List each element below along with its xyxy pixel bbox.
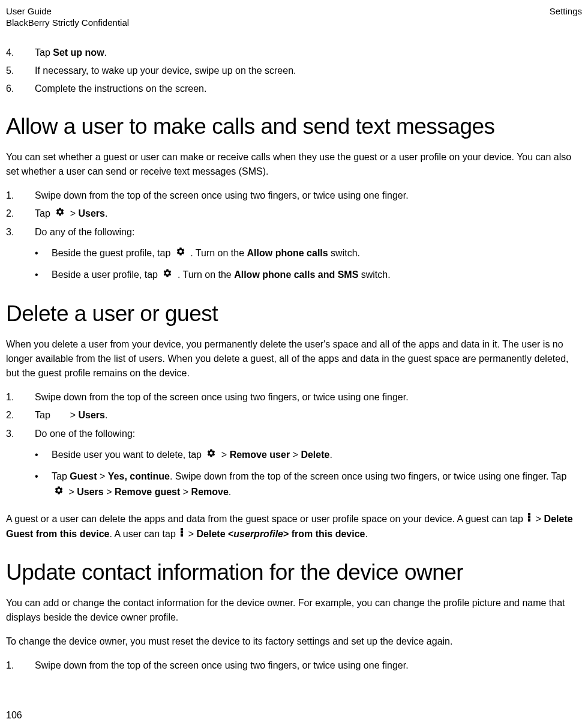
step-content: Complete the instructions on the screen. xyxy=(35,82,582,96)
bold-text: Delete <userprofile> from this device xyxy=(197,529,365,539)
text: > xyxy=(68,487,77,497)
settings-gear-icon xyxy=(55,408,65,423)
text: . xyxy=(329,450,332,460)
bullet-marker: • xyxy=(35,469,52,484)
intro-paragraph: When you delete a user from your device,… xyxy=(6,337,582,381)
settings-gear-icon xyxy=(163,267,172,283)
bullet-guest-profile: • Beside the guest profile, tap . Turn o… xyxy=(35,245,582,262)
text: . xyxy=(229,487,231,497)
bullet-content: Beside user you want to delete, tap > Re… xyxy=(52,447,582,463)
bullet-content: Beside a user profile, tap . Turn on the… xyxy=(52,267,582,283)
text: switch. xyxy=(358,269,390,280)
paragraph-2: To change the device owner, you must res… xyxy=(6,634,582,649)
text: > xyxy=(536,514,544,524)
guide-title: User Guide xyxy=(6,6,129,16)
bold-text: Users xyxy=(77,487,103,497)
settings-gear-icon xyxy=(206,447,216,463)
svg-rect-4 xyxy=(181,531,183,534)
text: Beside a user profile, tap xyxy=(52,269,160,280)
bold-text: Guest xyxy=(70,471,97,481)
step-2: 2. Tap > Users. xyxy=(6,206,582,221)
text: > xyxy=(188,529,197,539)
text: > xyxy=(221,450,230,460)
heading-allow-calls: Allow a user to make calls and send text… xyxy=(6,114,582,139)
confidential-label: BlackBerry Strictly Confidential xyxy=(6,17,129,28)
bullet-delete-user: • Beside user you want to delete, tap > … xyxy=(35,447,582,463)
step-1: 1. Swipe down from the top of the screen… xyxy=(6,390,582,405)
bullet-content: Tap Guest > Yes, continue. Swipe down fr… xyxy=(52,469,582,500)
section-label: Settings xyxy=(550,6,582,28)
text: . Swipe down from the top of the screen … xyxy=(170,471,566,481)
bold-text: Yes, continue xyxy=(108,471,170,481)
step-1: 1. Swipe down from the top of the screen… xyxy=(6,188,582,203)
text: A guest or a user can delete the apps an… xyxy=(6,514,526,524)
step-content: Tap > Users. xyxy=(35,408,582,423)
bold-text: Delete xyxy=(301,450,329,460)
step-number: 6. xyxy=(6,82,35,96)
svg-rect-5 xyxy=(181,534,183,537)
text: > xyxy=(180,487,191,497)
step-content: Swipe down from the top of the screen on… xyxy=(35,188,582,203)
section2-bullets: • Beside user you want to delete, tap > … xyxy=(35,447,582,501)
more-menu-icon xyxy=(527,512,532,526)
text: . Turn on the xyxy=(178,269,234,280)
section1-steps: 1. Swipe down from the top of the screen… xyxy=(6,188,582,239)
step-number: 2. xyxy=(6,408,35,423)
step-number: 3. xyxy=(6,225,35,239)
step-number: 5. xyxy=(6,64,35,78)
step-1: 1. Swipe down from the top of the screen… xyxy=(6,658,582,673)
bullet-delete-guest: • Tap Guest > Yes, continue. Swipe down … xyxy=(35,469,582,500)
header-left: User Guide BlackBerry Strictly Confident… xyxy=(6,6,129,28)
step-3: 3. Do one of the following: xyxy=(6,427,582,441)
svg-rect-3 xyxy=(181,528,183,531)
text: . xyxy=(105,410,107,420)
settings-gear-icon xyxy=(176,245,185,261)
bold-text: Set up now xyxy=(53,47,104,58)
continued-steps: 4. Tap Set up now. 5. If necessary, to w… xyxy=(6,46,582,96)
bold-text: Remove xyxy=(191,487,229,497)
text: switch. xyxy=(328,248,360,258)
text: Beside user you want to delete, tap xyxy=(52,450,204,460)
text: Beside the guest profile, tap xyxy=(52,248,173,258)
svg-rect-2 xyxy=(528,519,530,522)
text: Tap xyxy=(35,47,53,58)
bullet-content: Beside the guest profile, tap . Turn on … xyxy=(52,245,582,262)
bullet-marker: • xyxy=(35,267,52,283)
text: Tap xyxy=(35,410,53,420)
bold-users: Users xyxy=(79,208,105,218)
section3-steps: 1. Swipe down from the top of the screen… xyxy=(6,658,582,673)
step-6: 6. Complete the instructions on the scre… xyxy=(6,82,582,96)
text: Tap xyxy=(52,471,70,481)
text: . xyxy=(105,208,107,218)
bold-text: Allow phone calls and SMS xyxy=(234,269,358,280)
heading-update-owner: Update contact information for the devic… xyxy=(6,560,582,585)
text: > xyxy=(70,410,79,420)
settings-gear-icon xyxy=(55,206,65,221)
italic-text: userprofile xyxy=(233,529,283,539)
step-content: Do one of the following: xyxy=(35,427,582,441)
text: > xyxy=(70,208,79,218)
text: . xyxy=(365,529,368,539)
bullet-user-profile: • Beside a user profile, tap . Turn on t… xyxy=(35,267,582,283)
step-2: 2. Tap > Users. xyxy=(6,408,582,423)
page-number: 106 xyxy=(6,710,22,721)
step-number: 3. xyxy=(6,427,35,441)
text: > xyxy=(290,450,301,460)
paragraph-1: You can add or change the contact inform… xyxy=(6,596,582,625)
bold-text: Allow phone calls xyxy=(247,248,328,258)
bold-text: Remove user xyxy=(230,450,290,460)
text: . Turn on the xyxy=(190,248,247,258)
section1-bullets: • Beside the guest profile, tap . Turn o… xyxy=(35,245,582,283)
text: . xyxy=(104,47,107,58)
heading-delete-user: Delete a user or guest xyxy=(6,301,582,326)
step-number: 1. xyxy=(6,390,35,405)
text: > xyxy=(104,487,115,497)
step-content: If necessary, to wake up your device, sw… xyxy=(35,64,582,78)
more-menu-icon xyxy=(179,527,184,541)
step-5: 5. If necessary, to wake up your device,… xyxy=(6,64,582,78)
step-number: 2. xyxy=(6,206,35,221)
intro-paragraph: You can set whether a guest or user can … xyxy=(6,150,582,179)
step-content: Swipe down from the top of the screen on… xyxy=(35,390,582,405)
text: > xyxy=(97,471,108,481)
step-content: Tap Set up now. xyxy=(35,46,582,60)
